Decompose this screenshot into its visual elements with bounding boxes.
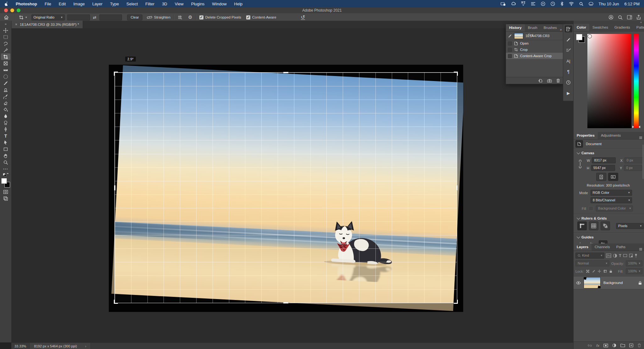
layer-row-background[interactable]: Background — [574, 276, 644, 289]
menu-lines-icon[interactable] — [531, 2, 536, 6]
menu-view[interactable]: View — [171, 2, 187, 6]
shape-tool[interactable] — [1, 146, 10, 152]
new-document-from-state-icon[interactable] — [538, 79, 543, 83]
tool-presets-panel-icon[interactable] — [565, 47, 572, 54]
eraser-tool[interactable] — [1, 100, 10, 106]
tab-channels[interactable]: Channels — [591, 243, 613, 251]
color-picker-ring[interactable] — [588, 35, 591, 38]
play-circle-icon[interactable] — [541, 2, 545, 6]
color-mode-select[interactable]: RGB Color▾ — [591, 190, 632, 196]
toggle-grid-button[interactable] — [589, 221, 598, 230]
menu-image[interactable]: Image — [69, 2, 88, 6]
hue-slider-handle-left[interactable] — [632, 126, 634, 128]
home-icon[interactable] — [4, 15, 9, 20]
brush-panel-icon[interactable] — [565, 36, 572, 43]
wifi-icon[interactable] — [569, 2, 574, 6]
filter-shape-layers-icon[interactable] — [623, 254, 627, 258]
clone-stamp-tool[interactable] — [1, 86, 10, 93]
layer-visibility-eye-icon[interactable] — [576, 281, 581, 285]
tab-adjustments[interactable]: Adjustments — [598, 132, 624, 139]
delete-state-trash-icon[interactable] — [556, 79, 560, 83]
crop-handle-bottom-left[interactable] — [114, 300, 118, 304]
crop-handle-bottom-right[interactable] — [454, 300, 458, 304]
units-select[interactable]: Pixels▾ — [616, 223, 644, 229]
history-state-crop[interactable]: Crop — [506, 46, 563, 53]
tab-brush-set[interactable]: Brush Set — [525, 24, 541, 31]
menu-select[interactable]: Select — [123, 2, 142, 6]
menu-window[interactable]: Window — [208, 2, 230, 6]
bluetooth-icon[interactable] — [560, 2, 564, 6]
straighten-button[interactable]: Straighten — [147, 15, 170, 19]
canvas-height-input[interactable]: 5547 px — [591, 165, 615, 171]
link-layers-icon[interactable] — [587, 344, 592, 347]
search-icon[interactable] — [618, 15, 623, 20]
delete-cropped-pixels-checkbox[interactable]: ✓ Delete Cropped Pixels — [199, 15, 241, 19]
crop-handle-bottom[interactable] — [283, 302, 288, 303]
lock-position-icon[interactable] — [598, 269, 601, 273]
menubar-date[interactable]: Thu 10 Jun — [599, 2, 619, 6]
new-group-folder-icon[interactable] — [620, 344, 625, 347]
crop-tool-preset-button[interactable]: ▾ — [19, 15, 27, 20]
brush-tool[interactable] — [1, 80, 10, 86]
display-lock-icon[interactable] — [501, 2, 506, 6]
zoom-tool[interactable] — [1, 159, 10, 166]
panel-menu-icon[interactable] — [639, 248, 642, 251]
delete-layer-trash-icon[interactable] — [637, 343, 641, 347]
dropbox-icon[interactable] — [521, 2, 525, 6]
guides-section-header[interactable]: Guides — [574, 233, 644, 240]
add-adjustment-layer-icon[interactable] — [612, 343, 616, 347]
crop-handle-top[interactable] — [283, 72, 288, 73]
filter-pin-icon[interactable] — [635, 254, 637, 258]
document-canvas[interactable] — [109, 65, 463, 312]
crop-height-input[interactable] — [99, 14, 122, 20]
new-snapshot-camera-icon[interactable] — [547, 79, 552, 83]
orientation-landscape-button[interactable] — [608, 173, 618, 181]
lock-pixels-icon[interactable] — [592, 269, 595, 273]
path-selection-tool[interactable] — [1, 139, 10, 146]
history-snapshot-row[interactable]: 1E1A4708.CR3 — [506, 32, 563, 40]
share-icon[interactable] — [636, 15, 641, 20]
history-source-well[interactable] — [508, 41, 512, 46]
move-tool[interactable] — [1, 27, 10, 34]
foreground-color-swatch[interactable] — [1, 178, 7, 184]
menu-type[interactable]: Type — [106, 2, 123, 6]
layer-style-fx-icon[interactable]: fx — [596, 344, 599, 347]
rectangular-marquee-tool[interactable] — [1, 34, 10, 40]
crop-tool[interactable] — [1, 53, 10, 60]
lock-artboard-icon[interactable] — [603, 269, 607, 273]
crop-handle-left[interactable] — [114, 185, 115, 190]
tab-properties[interactable]: Properties — [574, 132, 598, 139]
storage-icon[interactable] — [589, 2, 593, 6]
panel-menu-icon[interactable] — [639, 136, 642, 139]
menu-photoshop[interactable]: Photoshop — [12, 2, 41, 6]
lasso-tool[interactable] — [1, 40, 10, 47]
dodge-tool[interactable] — [1, 119, 10, 126]
toggle-transparency-button[interactable] — [601, 221, 610, 230]
document-size-readout[interactable]: 8192 px x 5464 px (300 ppi) › — [29, 343, 91, 349]
tab-gradients[interactable]: Gradients — [611, 24, 633, 31]
spotlight-icon[interactable] — [579, 2, 583, 6]
crop-width-input[interactable] — [67, 14, 90, 20]
creative-cloud-icon[interactable] — [511, 2, 516, 6]
actions-panel-icon[interactable]: ▶ — [565, 90, 572, 96]
pen-tool[interactable] — [1, 126, 10, 133]
menubar-clock[interactable]: 6:12 PM — [625, 2, 640, 6]
tab-color[interactable]: Color — [574, 24, 589, 31]
blur-tool[interactable] — [1, 113, 10, 119]
history-brush-tool[interactable] — [1, 93, 10, 100]
add-layer-mask-icon[interactable] — [603, 344, 608, 347]
screen-mode-button[interactable] — [1, 195, 10, 202]
quick-mask-button[interactable] — [1, 188, 10, 195]
hue-slider-handle-right[interactable] — [639, 126, 640, 128]
character-panel-icon[interactable]: A| — [565, 57, 572, 64]
tab-paths[interactable]: Paths — [613, 243, 629, 251]
apple-menu-icon[interactable] — [0, 1, 12, 6]
close-tab-icon[interactable]: × — [15, 22, 17, 27]
lock-all-icon[interactable] — [609, 269, 612, 273]
magic-wand-tool[interactable] — [1, 47, 10, 53]
tab-patterns[interactable]: Patterns — [633, 24, 644, 31]
crop-ratio-select[interactable]: Original Ratio ▾ — [31, 14, 65, 20]
paragraph-panel-icon[interactable]: ¶ — [565, 68, 572, 75]
dock-collapse-icon[interactable]: « — [574, 21, 644, 24]
filter-type-layers-icon[interactable]: T — [619, 253, 621, 258]
